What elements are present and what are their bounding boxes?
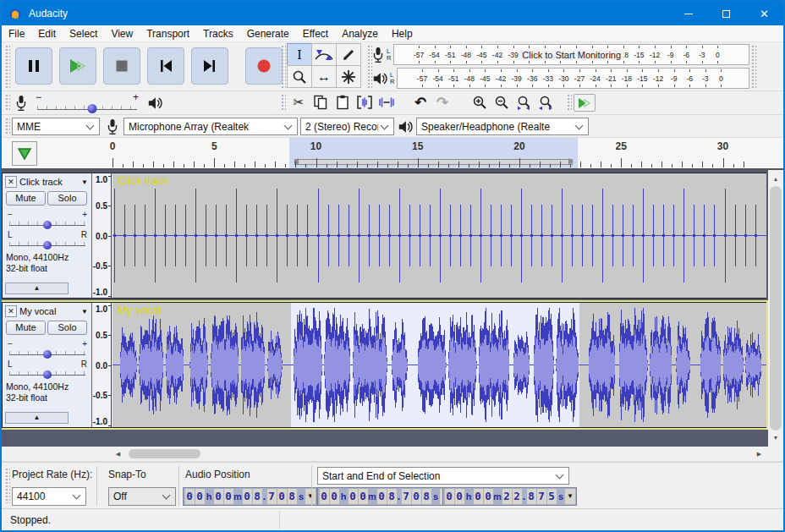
menu-select[interactable]: Select	[63, 25, 104, 42]
menu-transport[interactable]: Transport	[140, 25, 196, 42]
waveform-my-vocal[interactable]: My vocal	[113, 303, 766, 427]
playback-meter[interactable]: LR -57-54-51-48-45-42-39-36-33-30-27-24-…	[372, 67, 749, 90]
pan-slider[interactable]: L R	[8, 231, 87, 250]
recording-channels-select[interactable]: 2 (Stereo) Recor	[300, 118, 394, 135]
scroll-right-arrow[interactable]: ▶	[752, 447, 766, 461]
fit-project-button[interactable]	[535, 92, 557, 112]
draw-tool-button[interactable]	[336, 43, 361, 66]
vertical-scrollbar[interactable]: ▲ ▼	[768, 170, 783, 447]
maximize-button[interactable]	[707, 2, 745, 25]
recording-volume-slider[interactable]: − +	[36, 93, 139, 113]
fit-selection-button[interactable]	[513, 92, 535, 112]
menu-view[interactable]: View	[104, 25, 140, 42]
zoom-fit-selection-icon	[516, 95, 531, 110]
multi-tool-button[interactable]	[336, 65, 361, 88]
trim-audio-button[interactable]	[354, 92, 376, 112]
audio-position-display[interactable]: 00h00m08.708s▼	[183, 487, 317, 506]
vertical-scroll-thumb[interactable]	[770, 186, 782, 431]
menu-generate[interactable]: Generate	[240, 25, 296, 42]
playback-meter-scale[interactable]: -57-54-51-48-45-42-39-36-33-30-27-24-21-…	[397, 68, 749, 89]
timeline-ruler[interactable]: 051015202530	[2, 138, 783, 170]
horizontal-scroll-thumb[interactable]	[129, 449, 200, 458]
slider-thumb[interactable]	[43, 350, 52, 359]
project-rate-select[interactable]: 44100	[12, 487, 86, 506]
menu-analyze[interactable]: Analyze	[335, 25, 385, 42]
mixer-toolbar-grip[interactable]	[5, 94, 10, 112]
menu-tracks[interactable]: Tracks	[196, 25, 240, 42]
silence-audio-button[interactable]	[376, 92, 398, 112]
minimize-button[interactable]	[669, 2, 707, 25]
skip-to-start-button[interactable]	[147, 47, 184, 85]
skip-to-end-button[interactable]	[191, 47, 228, 85]
time-display-menu-arrow[interactable]: ▼	[565, 489, 575, 504]
vertical-scale-ruler[interactable]: 1.00.50.0-0.5-1.0	[92, 173, 112, 298]
selection-start-display[interactable]: 00h00m08.708s▼	[317, 487, 452, 506]
menu-edit[interactable]: Edit	[31, 25, 63, 42]
collapse-track-button[interactable]: ▲	[5, 412, 69, 424]
recording-device-select[interactable]: Microphone Array (Realtek	[124, 118, 298, 135]
track-title-menu[interactable]: My vocal ▼	[19, 304, 90, 318]
zoom-out-button[interactable]	[491, 92, 513, 112]
time-shift-tool-button[interactable]: ↔	[311, 65, 337, 88]
waveform-click-track[interactable]: Click track	[113, 173, 766, 298]
monitoring-overlay[interactable]: Click to Start Monitoring	[519, 50, 624, 60]
selection-tool-button[interactable]: I	[287, 43, 312, 66]
recording-meter[interactable]: LR Click to Start Monitoring -57-54-51-4…	[372, 43, 749, 66]
solo-button[interactable]: Solo	[47, 191, 87, 206]
transport-toolbar-grip[interactable]	[5, 45, 10, 88]
slider-thumb[interactable]	[43, 370, 52, 379]
toolbar-row-2: − + − + ✂ ↶ ↷	[2, 91, 783, 115]
close-button[interactable]: ✕	[745, 2, 783, 25]
slider-thumb[interactable]	[43, 241, 52, 250]
ruler-scale[interactable]: 051015202530	[2, 138, 783, 168]
stop-button[interactable]	[103, 47, 140, 85]
scroll-down-arrow[interactable]: ▼	[768, 431, 783, 445]
slider-thumb[interactable]	[43, 221, 52, 229]
horizontal-scrollbar[interactable]: ◀ ▶	[111, 447, 766, 461]
undo-button[interactable]: ↶	[409, 92, 431, 112]
scroll-left-arrow[interactable]: ◀	[111, 447, 125, 461]
recording-meter-scale[interactable]: Click to Start Monitoring -57-54-51-48-4…	[393, 44, 749, 65]
track-close-button[interactable]: ✕	[5, 176, 17, 188]
mute-button[interactable]: Mute	[6, 321, 46, 335]
meter-toolbar-end-grip[interactable]	[751, 45, 756, 88]
edit-toolbar-grip[interactable]	[281, 94, 286, 112]
gain-slider[interactable]: − +	[8, 340, 87, 359]
tools-toolbar-grip[interactable]	[281, 45, 286, 88]
slider-thumb[interactable]	[87, 104, 96, 113]
zoom-in-button[interactable]	[469, 92, 491, 112]
play-button[interactable]	[59, 47, 96, 85]
selection-toolbar-grip[interactable]	[5, 468, 10, 503]
zoom-in-icon	[472, 95, 487, 110]
pause-button[interactable]	[15, 47, 52, 85]
copy-button[interactable]	[310, 92, 332, 112]
menu-file[interactable]: File	[2, 25, 31, 42]
record-button[interactable]	[245, 47, 283, 85]
scroll-up-arrow[interactable]: ▲	[768, 172, 783, 186]
device-toolbar-grip[interactable]	[5, 118, 10, 134]
play-at-speed-toolbar-grip[interactable]	[567, 94, 572, 112]
solo-button[interactable]: Solo	[47, 321, 87, 335]
menu-effect[interactable]: Effect	[296, 25, 335, 42]
mute-button[interactable]: Mute	[6, 191, 46, 206]
collapse-track-button[interactable]: ▲	[5, 282, 69, 294]
menu-help[interactable]: Help	[385, 25, 420, 42]
cut-button[interactable]: ✂	[288, 92, 310, 112]
audio-host-select[interactable]: MME	[12, 118, 100, 135]
play-at-speed-button[interactable]	[574, 94, 596, 112]
gain-slider[interactable]: − +	[8, 211, 87, 229]
snap-to-select[interactable]: Off	[108, 487, 176, 506]
playback-device-select[interactable]: Speaker/Headphone (Realte	[416, 118, 589, 135]
envelope-tool-button[interactable]	[311, 43, 337, 66]
time-display-menu-arrow[interactable]: ▼	[305, 489, 316, 504]
track-title-menu[interactable]: Click track ▼	[19, 175, 90, 189]
paste-button[interactable]	[332, 92, 354, 112]
paste-icon	[335, 95, 350, 110]
selection-mode-select[interactable]: Start and End of Selection	[317, 467, 569, 485]
zoom-tool-button[interactable]	[287, 65, 312, 88]
selection-end-display[interactable]: 00h00m22.875s▼	[442, 487, 577, 506]
vertical-scale-ruler[interactable]: 1.00.50.0-0.5-1.0	[92, 303, 112, 427]
track-close-button[interactable]: ✕	[5, 305, 17, 317]
pan-slider[interactable]: L R	[8, 360, 87, 379]
redo-button[interactable]: ↷	[431, 92, 453, 112]
